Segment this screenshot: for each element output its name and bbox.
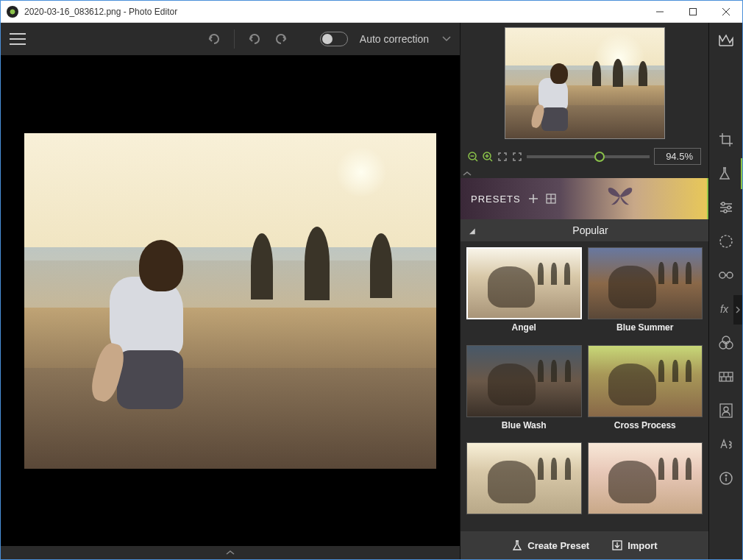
info-tool-icon[interactable] — [709, 463, 743, 494]
redo-icon[interactable] — [271, 29, 291, 49]
preset-item-6[interactable] — [588, 442, 703, 525]
preset-grid: Angel Blue Summer Blue Wash Cross Proces… — [461, 241, 708, 531]
editor-panel: Auto correction — [1, 23, 460, 559]
maximize-button[interactable] — [676, 1, 709, 23]
undo-icon[interactable] — [245, 29, 264, 49]
svg-point-41 — [724, 407, 728, 411]
chevron-down-icon[interactable] — [442, 36, 451, 42]
zoom-out-icon[interactable] — [468, 152, 478, 162]
add-preset-icon[interactable] — [528, 194, 538, 204]
adjust-tool-icon[interactable] — [709, 192, 743, 223]
presets-tool-icon[interactable] — [709, 158, 743, 189]
preset-label: Cross Process — [588, 417, 703, 433]
main-photo — [24, 133, 436, 469]
portrait-tool-icon[interactable] — [709, 395, 743, 426]
undo-all-icon[interactable] — [205, 29, 224, 49]
zoom-value[interactable]: 94.5% — [654, 148, 701, 165]
preset-label: Blue Summer — [588, 319, 703, 336]
main-area: Auto correction — [1, 23, 742, 559]
svg-point-24 — [724, 210, 727, 213]
zoom-fit-icon[interactable] — [497, 152, 508, 162]
import-label: Import — [628, 540, 657, 551]
presets-header: PRESETS — [461, 178, 708, 219]
category-label: Popular — [481, 224, 700, 236]
preset-blue-wash[interactable]: Blue Wash — [466, 345, 582, 439]
svg-point-22 — [722, 202, 725, 205]
auto-correction-label: Auto correction — [360, 33, 429, 45]
preview-zone — [461, 23, 708, 143]
minimize-button[interactable] — [643, 1, 676, 23]
preset-angel[interactable]: Angel — [466, 247, 582, 341]
divider — [234, 29, 235, 49]
svg-point-26 — [719, 272, 725, 278]
flask-icon — [511, 539, 523, 551]
presets-panel: 94.5% PRESETS ◢ Popular — [460, 23, 708, 559]
zoom-actual-icon[interactable] — [512, 152, 522, 162]
import-preset-button[interactable]: Import — [611, 539, 657, 551]
canvas-area[interactable] — [1, 55, 460, 546]
app-icon — [7, 6, 18, 18]
presets-label: PRESETS — [471, 194, 521, 205]
bottom-panel-toggle[interactable] — [1, 546, 460, 559]
preview-thumbnail[interactable] — [505, 27, 665, 139]
glasses-tool-icon[interactable] — [709, 260, 743, 291]
brick-tool-icon[interactable] — [709, 361, 743, 392]
butterfly-icon — [605, 182, 635, 209]
svg-text:fx: fx — [720, 303, 729, 315]
zoom-in-icon[interactable] — [483, 152, 493, 162]
svg-line-5 — [475, 159, 477, 161]
preset-item-5[interactable] — [466, 442, 582, 525]
zoom-slider[interactable] — [527, 155, 650, 158]
svg-rect-1 — [689, 8, 696, 15]
window-controls — [643, 1, 742, 23]
preset-blue-summer[interactable]: Blue Summer — [588, 247, 703, 341]
preset-label — [588, 514, 703, 520]
histogram-icon[interactable] — [717, 33, 735, 48]
svg-point-25 — [720, 235, 732, 247]
app-window: 2020-03-16_083612.png - Photo Editor — [0, 0, 743, 560]
collapse-category-icon[interactable]: ◢ — [469, 227, 475, 235]
crop-tool-icon[interactable] — [709, 124, 743, 155]
preset-label — [466, 514, 582, 520]
preset-label: Angel — [466, 319, 582, 336]
right-toolbar: fx — [708, 23, 742, 559]
preset-category-row[interactable]: ◢ Popular — [461, 219, 708, 241]
window-title: 2020-03-16_083612.png - Photo Editor — [24, 7, 643, 17]
import-icon — [611, 539, 623, 551]
create-preset-label: Create Preset — [527, 540, 589, 551]
close-button[interactable] — [709, 1, 742, 23]
svg-line-8 — [490, 159, 492, 161]
expand-panel-icon[interactable] — [733, 295, 742, 325]
color-tool-icon[interactable] — [709, 327, 743, 358]
preset-footer: Create Preset Import — [461, 531, 708, 559]
grid-view-icon[interactable] — [546, 194, 556, 204]
create-preset-button[interactable]: Create Preset — [511, 539, 589, 551]
preset-label: Blue Wash — [466, 417, 582, 433]
svg-point-23 — [728, 206, 730, 209]
svg-point-44 — [725, 475, 727, 476]
titlebar: 2020-03-16_083612.png - Photo Editor — [1, 1, 742, 23]
text-tool-icon[interactable] — [709, 429, 743, 460]
top-toolbar: Auto correction — [1, 23, 460, 55]
preset-cross-process[interactable]: Cross Process — [588, 345, 703, 439]
svg-point-27 — [727, 272, 733, 278]
selection-tool-icon[interactable] — [709, 226, 743, 257]
zoom-controls: 94.5% — [461, 143, 708, 169]
collapse-preview-icon[interactable] — [461, 169, 708, 178]
auto-correction-toggle[interactable] — [320, 32, 348, 46]
menu-icon[interactable] — [10, 33, 26, 45]
chevron-up-icon — [225, 550, 235, 556]
